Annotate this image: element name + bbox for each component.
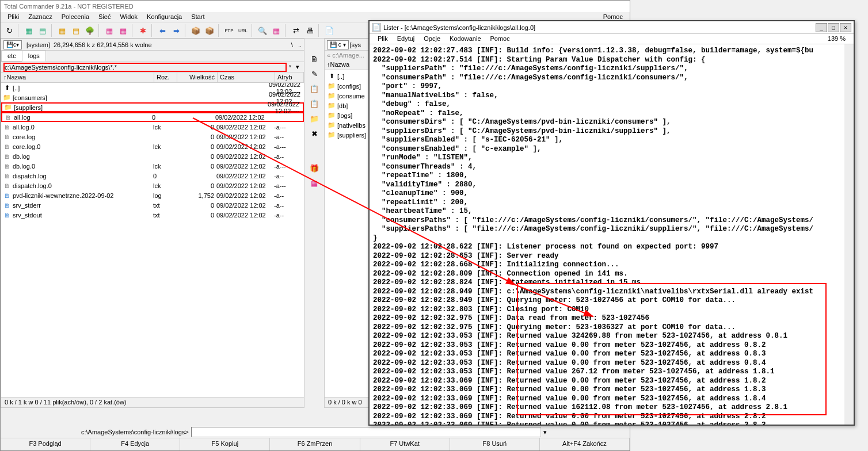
file-row[interactable]: 🗎db.log.0lck009/02/2022 12:02-a--- — [1, 161, 304, 171]
right-tree[interactable]: ⬆[..]📁[configs]📁[consume📁[db]📁[logs]📁[na… — [325, 70, 370, 141]
lock-icon[interactable]: ▦ — [308, 177, 321, 189]
file-row[interactable]: 🗎pvd-liczniki-wewnetrzne.2022-09-02log1,… — [1, 190, 304, 200]
right-nav[interactable]: « c:\Amage... — [325, 51, 370, 60]
tree-item[interactable]: 📁[suppliers] — [326, 130, 368, 140]
file-row[interactable]: 🗎srv_stderrtxt009/02/2022 12:02-a-- — [1, 200, 304, 210]
back-icon[interactable]: ⬅ — [156, 24, 169, 37]
search-icon[interactable]: 🔍 — [256, 24, 269, 37]
tree-item[interactable]: 📁[consume — [326, 91, 368, 101]
col-name[interactable]: ↑Nazwa — [1, 72, 154, 82]
pack-icon[interactable]: 📦 — [189, 24, 202, 37]
minimize-button[interactable]: _ — [816, 23, 827, 32]
left-path[interactable]: c:\AmageSystems\config-liczniki\logs\*.* — [3, 63, 287, 72]
col-size[interactable]: Wielkość — [177, 72, 218, 82]
sync-icon[interactable]: ⇄ — [290, 24, 302, 37]
ftp-icon[interactable]: FTP — [223, 24, 235, 37]
tree-item[interactable]: 📁[db] — [326, 101, 368, 110]
opt1-icon[interactable]: ▦ — [103, 24, 116, 37]
copy-icon[interactable]: 📋 — [308, 82, 321, 95]
menu-view[interactable]: Widok — [115, 12, 142, 22]
file-row[interactable]: 🗎core.log009/02/2022 12:02-a-- — [1, 132, 304, 142]
file-row[interactable]: 📁[suppliers]09/02/2022 12:02---- — [1, 102, 304, 112]
lister-menu-help[interactable]: Pomoc — [486, 34, 515, 44]
tree-item[interactable]: 📁[configs] — [326, 81, 368, 91]
lister-menu-options[interactable]: Opcje — [419, 34, 445, 44]
path-star[interactable]: * — [287, 64, 294, 71]
file-row[interactable]: 🗎dispatch.log009/02/2022 12:02-a-- — [1, 171, 304, 181]
function-keys: F3 Podgląd F4 Edycja F5 Kopiuj F6 ZmPrze… — [1, 438, 630, 450]
tree-item[interactable]: 📁[logs] — [326, 110, 368, 120]
lister-menu-edit[interactable]: Edytuj — [393, 34, 420, 44]
list1-icon[interactable]: ▦ — [56, 24, 68, 37]
tab-etc[interactable]: etc — [1, 51, 22, 62]
tree-item[interactable]: ⬆[..] — [326, 71, 368, 81]
f4-edit[interactable]: F4 Edycja — [90, 438, 180, 450]
file-row[interactable]: 🗎all.log009/02/2022 12:02 — [1, 112, 304, 122]
tree-label: [db] — [337, 102, 348, 109]
tab-logs[interactable]: logs — [22, 51, 46, 62]
menu-commands[interactable]: Polecenia — [57, 12, 94, 22]
f6-move[interactable]: F6 ZmPrzen — [270, 438, 360, 450]
file-row[interactable]: 🗎dispatch.log.0lck009/02/2022 12:02-a--- — [1, 181, 304, 190]
f7-mkdir[interactable]: F7 UtwKat — [360, 438, 450, 450]
file-name: dispatch.log — [13, 173, 153, 179]
lister-content[interactable]: 2022-09-02 12:02:27.483 [INF]: Build inf… — [370, 44, 854, 425]
drive-c-button[interactable]: 💾 c ▾ — [3, 40, 22, 49]
f5-copy[interactable]: F5 Kopiuj — [180, 438, 270, 450]
lister-menu-encoding[interactable]: Kodowanie — [445, 34, 485, 44]
move-icon[interactable]: 📋 — [308, 97, 321, 110]
lister-menu-file[interactable]: Plik — [373, 34, 393, 44]
left-headers: ↑Nazwa Roz. Wielkość Czas Atryb — [1, 72, 304, 83]
menu-select[interactable]: Zaznacz — [24, 12, 57, 22]
refresh-icon[interactable]: ↻ — [3, 24, 16, 37]
col-ext[interactable]: Roz. — [154, 72, 177, 82]
view-icon[interactable]: 🗎 — [308, 52, 321, 65]
menu-config[interactable]: Konfiguracja — [142, 12, 186, 22]
command-bar: c:\AmageSystems\config-liczniki\logs> ▾ — [1, 426, 630, 438]
altf4-exit[interactable]: Alt+F4 Zakończ — [540, 438, 630, 450]
file-row[interactable]: 🗎db.log009/02/2022 12:02-a-- — [1, 151, 304, 161]
folder-icon: 📁 — [327, 121, 336, 129]
path-dropdown[interactable]: ▾ — [294, 63, 302, 71]
fwd-icon[interactable]: ➡ — [170, 24, 182, 37]
menu-files[interactable]: Pliki — [3, 12, 24, 22]
left-file-list[interactable]: ⬆[..]09/02/2022 12:02----📁[consumers]09/… — [1, 83, 304, 397]
opt2-icon[interactable]: ▦ — [117, 24, 130, 37]
delete-icon[interactable]: ✖ — [308, 127, 321, 140]
close-button[interactable]: ✕ — [840, 23, 851, 32]
newfolder-icon[interactable]: 📁 — [308, 112, 321, 125]
file-icon: 🗎 — [2, 162, 12, 170]
lister-scrollbar[interactable] — [844, 44, 854, 425]
tree-icon[interactable]: 🌳 — [83, 24, 96, 37]
grid2-icon[interactable]: ▤ — [36, 24, 49, 37]
menu-start[interactable]: Start — [186, 12, 209, 22]
f8-delete[interactable]: F8 Usuń — [450, 438, 540, 450]
print-icon[interactable]: 🖶 — [303, 24, 316, 37]
lister-titlebar[interactable]: 📄 Lister - [c:\AmageSystems\config-liczn… — [370, 21, 854, 34]
maximize-button[interactable]: □ — [828, 23, 839, 32]
grid1-icon[interactable]: ▦ — [22, 24, 35, 37]
menu-net[interactable]: Sieć — [94, 12, 115, 22]
f3-view[interactable]: F3 Podgląd — [1, 438, 90, 450]
file-row[interactable]: 📁[consumers]09/02/2022 12:02---- — [1, 93, 304, 102]
gift-icon[interactable]: 🎁 — [308, 162, 321, 174]
col-date[interactable]: Czas — [218, 72, 275, 82]
settings-icon[interactable]: ▦ — [270, 24, 283, 37]
right-col-name[interactable]: ↑Nazwa — [325, 60, 370, 70]
col-attr[interactable]: Atryb — [275, 72, 304, 82]
file-row[interactable]: 🗎srv_stdouttxt009/02/2022 12:02-a-- — [1, 210, 304, 220]
command-input[interactable] — [191, 427, 541, 437]
edit-icon[interactable]: ✎ — [308, 67, 321, 80]
right-drive-c-button[interactable]: 💾 c ▾ — [327, 40, 349, 49]
star-icon[interactable]: ✱ — [136, 24, 149, 37]
file-row[interactable]: 🗎core.log.0lck009/02/2022 12:02-a--- — [1, 142, 304, 151]
tree-item[interactable]: 📁[nativelibs — [326, 120, 368, 130]
right-drive-sys: [sys — [350, 41, 361, 48]
unpack-icon[interactable]: 📦 — [203, 24, 216, 37]
file-row[interactable]: ⬆[..]09/02/2022 12:02---- — [1, 83, 304, 93]
file-row[interactable]: 🗎all.log.0lck009/02/2022 12:02-a--- — [1, 122, 304, 132]
url-icon[interactable]: URL — [237, 24, 249, 37]
notepad-icon[interactable]: 📄 — [323, 24, 336, 37]
list2-icon[interactable]: ▤ — [70, 24, 82, 37]
cmd-dropdown[interactable]: ▾ — [541, 429, 549, 436]
